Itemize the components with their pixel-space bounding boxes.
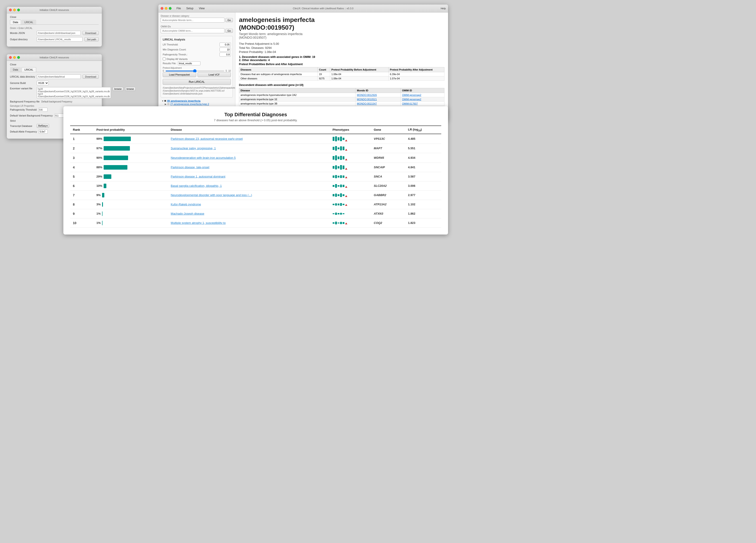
gene-cell-4: SNCA — [371, 172, 405, 181]
close-btn-lrical[interactable] — [9, 56, 12, 59]
help-btn[interactable]: Help — [441, 7, 446, 10]
tree-text-0[interactable]: (9) amelogenesis imperfecta — [167, 100, 200, 102]
prob-row-1: Other diseases 9275 1.08e-04 1.07e-04 — [239, 76, 444, 81]
pheno-marker — [345, 223, 347, 224]
minimize-btn-data[interactable] — [13, 9, 16, 11]
maximize-btn-lrical[interactable] — [17, 56, 20, 59]
tree-toggle-0: ▼ — [162, 100, 164, 102]
gene-cell-7: ATP13A2 — [371, 200, 405, 209]
disease-search-input[interactable] — [161, 18, 224, 23]
pheno-bar — [333, 176, 334, 178]
omim-go-btn[interactable]: Go — [225, 29, 233, 33]
disease-link-2[interactable]: Neurodegeneration with brain iron accumu… — [171, 156, 236, 160]
menu-file[interactable]: File — [176, 6, 182, 10]
lirical-data-input[interactable] — [37, 74, 81, 79]
pheno-cell-6 — [333, 193, 368, 197]
close-label[interactable]: Close — [10, 16, 99, 18]
disease-link-0[interactable]: Parkinson disease 23, autosomal recessiv… — [171, 137, 243, 141]
disease-link-9[interactable]: Multiple system atrophy 1, susceptibilit… — [171, 221, 226, 225]
prob-bar-9 — [102, 221, 103, 225]
pheno-marker — [345, 177, 347, 178]
lirical-data-row: LIRICAL data directory Download — [10, 74, 99, 79]
run-lirical-btn[interactable]: Run LIRICAL — [163, 79, 231, 85]
menu-view[interactable]: View — [198, 6, 206, 10]
lr-threshold-input[interactable] — [219, 43, 231, 47]
min-diagnosis-input[interactable] — [219, 48, 231, 52]
pheno-bar — [343, 194, 344, 196]
pheno-bar — [338, 157, 339, 159]
default-allele-input[interactable] — [39, 130, 48, 134]
lr-threshold-label: LR Threshold: — [163, 43, 178, 46]
prob-cell-disease-0: Diseases that are subtypes of amelogenes… — [239, 72, 318, 76]
tree-text-1[interactable]: (7) amelogenesis imperfecta type 2 — [170, 103, 209, 105]
pheno-bar — [340, 203, 342, 206]
pheno-bar — [343, 156, 344, 160]
disease-link-4[interactable]: Parkinson disease 1, autosomal dominant — [171, 175, 225, 178]
close-btn-clinlr[interactable] — [161, 7, 163, 10]
pheno-bar — [335, 155, 337, 160]
output-dir-input[interactable] — [37, 37, 83, 42]
download-btn-lrical[interactable]: Download — [83, 75, 99, 79]
genome-build-select[interactable]: HG38 HG19 — [37, 81, 49, 85]
pathogenicity-input[interactable] — [38, 108, 48, 112]
pheno-bar — [333, 213, 334, 214]
pheno-bar — [335, 203, 337, 206]
browse-btn-exomiser2[interactable]: browse — [125, 87, 136, 91]
disease-link-6[interactable]: Neurodevelopmental disorder with poor la… — [171, 193, 252, 197]
disease-link-5[interactable]: Basal ganglia calcification, idiopathic,… — [171, 184, 222, 188]
default-variant-input[interactable] — [55, 114, 64, 118]
tab-data[interactable]: Data — [10, 20, 21, 24]
prob-col-cell-3: 88% — [94, 163, 168, 172]
pathogenicity-input-lr[interactable] — [219, 53, 231, 57]
rank-cell-0: 1 — [70, 134, 94, 144]
browse-btn-exomiser[interactable]: browse — [113, 87, 123, 91]
refseq-btn[interactable]: RefSeq ▾ — [37, 124, 49, 128]
disease-link-7[interactable]: Kufor-Rakeb syndrome — [171, 203, 201, 206]
mondo-json-input[interactable] — [37, 31, 81, 35]
prob-col-after: Pretest Probability After Adjustment — [389, 67, 444, 72]
menu-setup[interactable]: Setup — [185, 6, 194, 10]
minimize-btn-lrical[interactable] — [13, 56, 16, 59]
desc-cell-omim-0: OMIM:genemap2 — [401, 93, 444, 97]
omim-search-section: OMIM IDs Go — [161, 25, 233, 33]
tab-data-lrical[interactable]: Data — [10, 67, 21, 72]
pheno-td-5 — [330, 181, 371, 191]
titlebar-clinlr: File Setup View ClinLR: Clinical Intuiti… — [158, 5, 448, 12]
tab-bar-data: Data LRICAL — [10, 20, 99, 25]
maximize-btn-data[interactable] — [17, 9, 20, 11]
tree-item-1[interactable]: ▶ (7) amelogenesis imperfecta type 2 — [164, 103, 233, 106]
prob-col-cell-0: 99% — [94, 134, 168, 144]
action-btns-row: Load Phenopacket Load VCF — [163, 72, 231, 77]
tab-lrical-active[interactable]: LRICAL — [21, 67, 36, 72]
disease-link-3[interactable]: Parkinson disease, late-onset — [171, 166, 210, 169]
maximize-btn-clinlr[interactable] — [169, 7, 172, 10]
disease-link-1[interactable]: Supranuclear palsy, progressive, 1 — [171, 147, 216, 150]
diff-row-5: 6 10% Basal ganglia calcification, idiop… — [70, 181, 441, 191]
gene-cell-5: SLC20A2 — [371, 181, 405, 191]
download-btn-data[interactable]: Download — [83, 31, 99, 35]
prob-bar-wrap-0: 99% — [96, 137, 165, 141]
display-all-checkbox[interactable] — [163, 57, 166, 60]
set-path-btn[interactable]: Set path — [84, 37, 99, 41]
diff-row-0: 1 99% Parkinson disease 23, autosomal re… — [70, 134, 441, 144]
omim-search-input[interactable] — [161, 28, 224, 33]
load-phenopacket-btn[interactable]: Load Phenopacket — [163, 72, 196, 77]
close-label-lrical[interactable]: Close — [10, 63, 99, 66]
close-btn-data[interactable] — [9, 9, 12, 11]
pheno-bar — [338, 194, 339, 196]
tree-dot-1 — [167, 103, 169, 105]
disease-link-8[interactable]: Machado-Joseph disease — [171, 212, 204, 215]
pretest-slider[interactable] — [165, 71, 224, 72]
gene-cell-0: VPS13C — [371, 134, 405, 144]
results-file-input[interactable] — [178, 61, 200, 65]
load-vcf-btn[interactable]: Load VCF — [198, 72, 231, 77]
tree-item-0[interactable]: ▼ (9) amelogenesis imperfecta — [161, 99, 233, 103]
tab-lrical[interactable]: LRICAL — [21, 20, 36, 24]
lr-cell-3: 4.841 — [405, 163, 441, 172]
omim-search-label: OMIM IDs — [161, 25, 233, 28]
prob-pct-1: 97% — [96, 147, 102, 150]
minimize-btn-clinlr[interactable] — [165, 7, 167, 10]
pheno-bar — [340, 156, 342, 160]
disease-go-btn[interactable]: Go — [225, 18, 233, 22]
prob-pct-2: 90% — [96, 156, 102, 160]
